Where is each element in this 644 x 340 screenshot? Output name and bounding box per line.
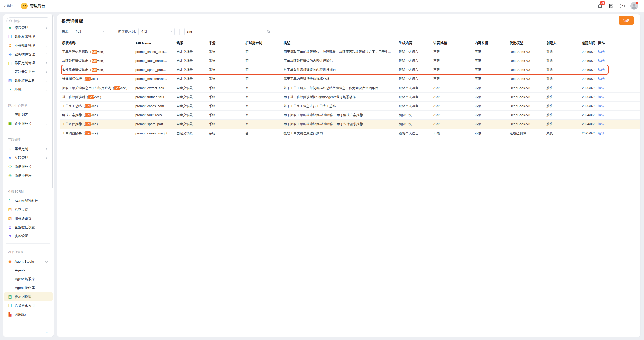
table-row[interactable]: 进一步故障诊断（Service）prompt_further_faul...自定… (60, 93, 640, 102)
edit-link[interactable]: 编辑 (598, 113, 605, 117)
sidebar-item-流程管理[interactable]: ❖流程管理 (3, 26, 54, 32)
search-match-highlight: Ser (85, 122, 91, 126)
model-value: DeepSeek-V3 (510, 86, 530, 90)
chevron-right-icon (45, 79, 47, 82)
sidebar-item-数据维护工具[interactable]: ▦数据维护工具 (3, 76, 54, 85)
sidebar-item-界面定制管理[interactable]: ◫界面定制管理 (3, 59, 54, 67)
ext-prompt-cell: 否 (243, 59, 281, 63)
edit-link[interactable]: 编辑 (598, 122, 605, 126)
chevron-right-icon (45, 71, 47, 73)
api-name-cell: prompt_extract_tick... (133, 86, 174, 90)
sidebar-item-agent-操作库[interactable]: Agent 操作库 (3, 283, 54, 292)
sidebar-section-title: 企微SCRM (3, 186, 54, 196)
sidebar-item-服务通设置[interactable]: ▧服务通设置 (3, 214, 54, 223)
edit-link[interactable]: 编辑 (598, 50, 605, 54)
sidebar-item-微信小程序[interactable]: ◎微信小程序 (3, 171, 54, 180)
sidebar-item-应用列表[interactable]: ⊞应用列表 (3, 110, 54, 119)
scene-cell: 自定义场景 (174, 95, 206, 99)
template-name-text: 工单洞察摘要（ (62, 131, 85, 135)
sidebar-item-label: 提示词模板 (15, 294, 32, 299)
table-row[interactable]: 故障处理建议输出（Service）prompt_fault_handli...自… (60, 56, 640, 65)
sidebar-item-环境[interactable]: ◔环境 (3, 85, 54, 94)
sidebar-scrollbar[interactable] (52, 15, 53, 188)
sidebar-item-营销设置[interactable]: ▤营销设置 (3, 205, 54, 214)
source-cell: 系统 (206, 104, 243, 108)
sidebar-search-input[interactable] (14, 19, 48, 23)
sidebar-item-提示词模板[interactable]: ▤提示词模板 (4, 292, 53, 301)
create-button[interactable]: 新建 (619, 16, 634, 25)
sidebar-item-label: 数据权限管理 (15, 34, 35, 39)
sidebar-item-scrm配置向导[interactable]: ⚐SCRM配置向导 (3, 196, 54, 205)
sidebar-search[interactable] (6, 17, 50, 24)
table-row[interactable]: 维修指标分析（Service）prompt_maintenanc...自定义场景… (60, 74, 640, 83)
prompt-template-icon: ▤ (8, 295, 12, 299)
creator-cell: 系统 (544, 131, 579, 136)
help-icon[interactable]: ? (619, 3, 625, 9)
table-row[interactable]: 工单备件推荐（Service）prompt_spare_part...自定义场景… (60, 120, 640, 129)
sidebar-item-语义检索索引[interactable]: ❏语义检索索引 (3, 301, 54, 310)
edit-link[interactable]: 编辑 (598, 86, 605, 90)
sidebar-item-企业微信设置[interactable]: ⊠企业微信设置 (3, 223, 54, 232)
table-row[interactable]: 解决方案推荐（Service）prompt_fault_reco...自定义场景… (60, 111, 640, 120)
table-row[interactable]: 备件需求建议输出（Service）prompt_spare_part...自定义… (60, 65, 640, 74)
enterprise-service-icon: ▣ (8, 122, 12, 125)
search-match-highlight: Ser (85, 104, 91, 108)
sidebar-item-label: 定制开发平台 (15, 70, 35, 74)
notification-bell-icon[interactable]: 20 (597, 3, 603, 9)
sidebar-item-数据权限管理[interactable]: ❐数据权限管理 (3, 32, 54, 41)
action-cell: 编辑 (595, 86, 640, 90)
model-value: DeepSeek-V3 (510, 113, 530, 117)
edit-link[interactable]: 编辑 (598, 95, 605, 99)
sidebar-item-业务规则管理[interactable]: ⚙业务规则管理 (3, 41, 54, 50)
language-cell: 跟随个人语言 (396, 104, 431, 108)
inbox-icon[interactable] (608, 3, 614, 9)
template-name-cell: 提取工单关键信息用于知识库查询（Service） (60, 86, 133, 90)
api-name-cell: prompt_fault_reco... (133, 113, 174, 117)
column-header: 内容长度 (472, 41, 507, 45)
sidebar-item-质检设置[interactable]: ⚑质检设置 (3, 232, 54, 240)
edit-link[interactable]: 编辑 (598, 59, 605, 63)
language-cell: 跟随个人语言 (396, 50, 431, 54)
ext-filter-select[interactable]: 全部 (138, 28, 175, 35)
style-cell: 不限 (431, 77, 472, 81)
edit-link[interactable]: 编辑 (598, 131, 605, 135)
template-name-text: vice） (97, 50, 106, 54)
sidebar-item-定制开发平台[interactable]: ⊡定制开发平台 (3, 67, 54, 76)
sidebar-item-agent-场景库[interactable]: Agent 场景库 (3, 275, 54, 283)
scene-cell: 自定义场景 (174, 113, 206, 117)
table-row[interactable]: 工单洞察摘要（Service）prompt_cases_insight自定义场景… (60, 129, 640, 138)
table-row[interactable]: 提取工单关键信息用于知识库查询（Service）prompt_extract_t… (60, 83, 640, 93)
edit-link[interactable]: 编辑 (598, 77, 605, 81)
user-avatar[interactable] (630, 2, 638, 10)
sidebar-item-企业服务号[interactable]: ▣企业服务号 (3, 119, 54, 128)
created-time-cell: 2025/07/ (579, 104, 595, 108)
source-cell: 系统 (206, 95, 243, 99)
collapse-sidebar-button[interactable]: « (46, 330, 48, 335)
template-search-input[interactable] (187, 30, 267, 34)
sidebar-item-业务插件管理[interactable]: ✜业务插件管理 (3, 50, 54, 59)
sidebar-section-title: AI平台管理 (3, 247, 54, 257)
api-name-cell: prompt_spare_part... (133, 68, 174, 72)
notification-badge: 20 (600, 1, 605, 5)
sidebar-item-agent-studio[interactable]: ◉Agent Studio (3, 257, 54, 266)
sidebar-item-agents[interactable]: Agents (3, 266, 54, 275)
sidebar-item-渠道定制[interactable]: ⌂渠道定制 (3, 145, 54, 153)
search-match-highlight: Ser (85, 77, 91, 81)
creator-cell: 系统 (544, 68, 579, 72)
table-row[interactable]: 工单故障信息提取（Service）prompt_cases_fault...自定… (60, 47, 640, 56)
table-row[interactable]: 工单完工总结（Service）prompt_cases_com...自定义场景系… (60, 102, 640, 111)
sidebar-item-调用统计[interactable]: ▙调用统计 (3, 310, 54, 319)
api-name-cell: prompt_spare_part... (133, 122, 174, 126)
sidebar-item-微信服务号[interactable]: ❍微信服务号 (3, 162, 54, 171)
question-mark-glyph: ? (620, 4, 625, 8)
edit-link[interactable]: 编辑 (598, 68, 605, 72)
action-cell: 编辑 (595, 59, 640, 63)
length-cell: 不限 (472, 95, 507, 99)
model-value: DeepSeek-V3 (510, 77, 530, 81)
search-match-highlight: Ser (114, 86, 120, 90)
sidebar-item-互联管理[interactable]: ∞互联管理 (3, 153, 54, 162)
ext-prompt-cell: 否 (243, 104, 281, 108)
edit-link[interactable]: 编辑 (598, 104, 605, 108)
back-button[interactable]: ‹ 返回 (4, 4, 14, 8)
source-filter-select[interactable]: 全部 (72, 28, 108, 35)
